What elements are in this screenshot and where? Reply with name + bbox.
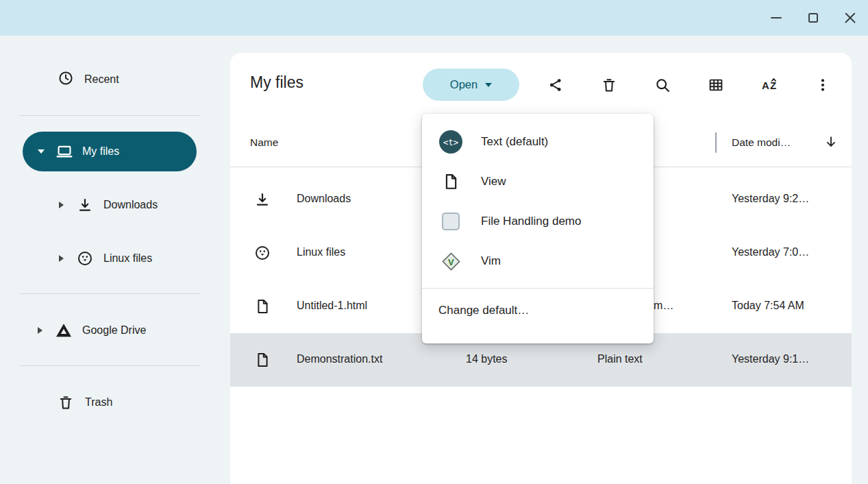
menu-item-label: Text (default)	[481, 135, 548, 149]
menu-item-label: Vim	[481, 254, 501, 268]
sidebar-item-downloads[interactable]: Downloads	[0, 189, 219, 221]
sidebar-item-google-drive[interactable]: Google Drive	[0, 314, 219, 347]
sidebar-item-label: Downloads	[103, 199, 158, 211]
chevron-down-icon	[485, 83, 492, 87]
sort-button[interactable]: AZ	[756, 71, 784, 99]
file-size: 14 bytes	[466, 353, 507, 365]
menu-item-text-default[interactable]: <t> Text (default)	[422, 122, 654, 162]
svg-text:V: V	[448, 256, 454, 267]
chevron-right-icon[interactable]	[59, 255, 64, 262]
search-icon	[654, 77, 671, 93]
open-button[interactable]: Open	[423, 69, 519, 101]
sidebar-item-label: Trash	[85, 396, 112, 409]
download-icon	[254, 191, 271, 208]
menu-item-label: View	[481, 175, 506, 189]
file-date-modified: Today 7:54 AM	[732, 300, 804, 312]
menu-item-vim[interactable]: V Vim	[422, 241, 654, 281]
file-name: Downloads	[297, 193, 351, 205]
open-with-menu: <t> Text (default) View File Handling de…	[422, 114, 654, 343]
grid-view-button[interactable]	[702, 71, 730, 99]
menu-item-label: File Handling demo	[481, 215, 581, 228]
file-type: Plain text	[597, 353, 643, 365]
trash-icon	[58, 394, 74, 411]
delete-icon	[601, 77, 617, 93]
file-name: Untitled-1.html	[297, 300, 367, 312]
sidebar-item-label: Google Drive	[82, 324, 146, 337]
column-header-date-modified[interactable]: Date modi…	[732, 136, 791, 149]
share-icon	[547, 77, 564, 93]
more-icon	[815, 77, 831, 93]
close-button[interactable]	[843, 11, 857, 25]
sort-icon: AZ	[761, 76, 779, 94]
laptop-icon	[55, 143, 73, 160]
sidebar-divider	[19, 293, 201, 294]
file-date-modified: Yesterday 7:0…	[732, 246, 809, 258]
column-divider[interactable]	[715, 132, 717, 153]
sort-direction-icon[interactable]	[823, 134, 839, 152]
menu-item-view[interactable]: View	[422, 162, 654, 202]
file-name: Linux files	[297, 246, 345, 258]
open-button-label: Open	[450, 78, 478, 91]
menu-divider	[422, 288, 654, 289]
download-icon	[77, 197, 93, 213]
sidebar-item-label: Recent	[84, 73, 119, 86]
sidebar-divider	[19, 115, 201, 116]
chevron-down-icon[interactable]	[38, 149, 45, 154]
sidebar-item-trash[interactable]: Trash	[0, 386, 219, 419]
penguin-icon	[254, 245, 271, 261]
text-app-icon: <t>	[438, 130, 463, 154]
more-button[interactable]	[809, 71, 836, 99]
search-button[interactable]	[649, 71, 676, 99]
grid-view-icon	[708, 77, 724, 93]
penguin-icon	[77, 250, 93, 267]
app-square-icon	[438, 213, 463, 230]
chevron-right-icon[interactable]	[59, 202, 64, 208]
clock-icon	[58, 70, 74, 89]
sidebar-item-my-files[interactable]: My files	[23, 132, 197, 171]
minimize-button[interactable]	[769, 11, 783, 25]
titlebar	[0, 0, 868, 36]
maximize-button[interactable]	[806, 11, 820, 25]
menu-item-change-default[interactable]: Change default…	[422, 291, 654, 330]
file-icon	[254, 352, 271, 368]
menu-item-file-handling-demo[interactable]: File Handling demo	[422, 202, 654, 241]
chevron-right-icon[interactable]	[38, 327, 42, 334]
delete-button[interactable]	[595, 71, 623, 99]
page-title: My files	[250, 73, 303, 92]
file-date-modified: Yesterday 9:1…	[732, 353, 809, 365]
sidebar-item-label: My files	[82, 145, 119, 158]
vim-icon: V	[438, 252, 463, 271]
window-controls	[769, 0, 857, 36]
share-button[interactable]	[542, 71, 569, 99]
sidebar-item-recent[interactable]: Recent	[0, 63, 219, 96]
column-header-name[interactable]: Name	[250, 136, 278, 149]
sidebar-item-label: Linux files	[103, 252, 152, 265]
svg-text:A: A	[762, 80, 769, 91]
file-icon	[254, 298, 271, 315]
sidebar-divider	[19, 365, 201, 366]
file-name: Demonstration.txt	[297, 353, 382, 365]
document-icon	[438, 173, 463, 191]
sidebar-item-linux-files[interactable]: Linux files	[0, 242, 219, 275]
file-date-modified: Yesterday 9:2…	[732, 193, 809, 205]
drive-icon	[55, 322, 72, 339]
